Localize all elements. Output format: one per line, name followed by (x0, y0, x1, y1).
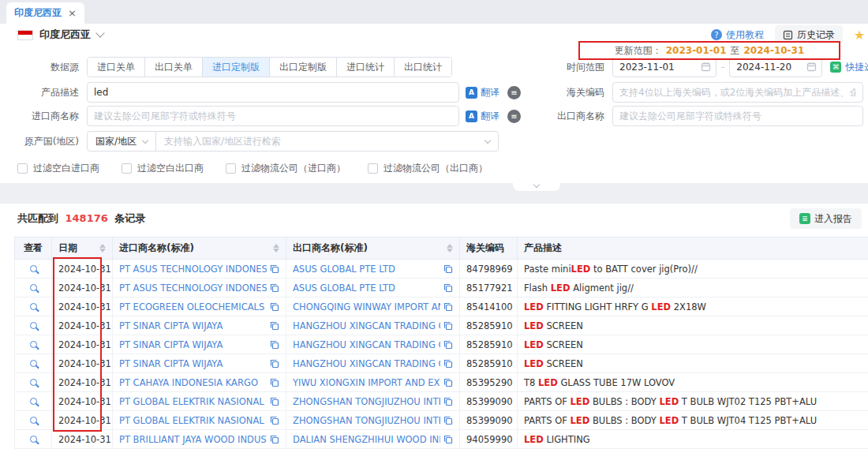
row-description: LED SCREEN (518, 335, 868, 354)
copy-icon[interactable] (270, 416, 279, 425)
copy-icon[interactable] (443, 321, 453, 331)
view-magnifier-icon[interactable] (30, 436, 37, 443)
view-magnifier-icon[interactable] (30, 360, 37, 367)
copy-icon[interactable] (270, 340, 279, 350)
exporter-link[interactable]: ASUS GLOBAL PTE LTD (293, 282, 440, 294)
favorite-star-icon[interactable]: ★ (854, 28, 868, 43)
view-magnifier-icon[interactable] (30, 417, 37, 424)
sort-icon[interactable] (447, 244, 453, 253)
column-label: 日期 (58, 241, 77, 255)
importer-link[interactable]: PT ASUS TECHNOLOGY INDONESIA BA... (119, 264, 267, 275)
product-desc-input[interactable] (87, 82, 459, 103)
importer-link[interactable]: PT GLOBAL ELEKTRIK NASIONAL (119, 415, 267, 426)
filter-checkbox-0[interactable]: 过滤空白进口商 (17, 162, 99, 175)
copy-icon[interactable] (443, 283, 453, 293)
quick-options-link[interactable]: ⌘ 快捷选项 (830, 61, 868, 74)
exporter-link[interactable]: DALIAN SHENGZHIHUI WOOD INDUST... (293, 434, 440, 445)
translate-button[interactable]: A 翻译 (466, 110, 499, 123)
exporter-input[interactable] (612, 106, 863, 126)
copy-icon[interactable] (270, 283, 279, 293)
sort-icon[interactable] (273, 244, 279, 253)
data-source-tab-4[interactable]: 进口统计 (337, 58, 395, 77)
checkbox-icon[interactable] (226, 163, 236, 174)
importer-link[interactable]: PT BRILLIANT JAYA WOOD INDUSTRY (119, 434, 267, 445)
country-selector[interactable]: 印度尼西亚 (39, 28, 91, 42)
importer-link[interactable]: PT ASUS TECHNOLOGY INDONESIA BA... (119, 282, 267, 294)
translate-button[interactable]: A 翻译 (466, 86, 499, 99)
column-header-2[interactable]: 进口商名称(标准) (113, 238, 286, 260)
copy-icon[interactable] (443, 264, 453, 274)
view-magnifier-icon[interactable] (30, 341, 37, 348)
importer-input[interactable] (87, 106, 459, 126)
copy-icon[interactable] (270, 435, 279, 444)
row-hs-code: 85399090 (460, 411, 518, 430)
exporter-link[interactable]: YIWU XIONGXIN IMPORT AND EXPORT... (293, 377, 440, 388)
checkbox-icon[interactable] (368, 163, 378, 174)
importer-link[interactable]: PT SINAR CIPTA WIJAYA (119, 358, 267, 369)
history-circle-icon[interactable]: ≡ (507, 110, 521, 123)
importer-link[interactable]: PT SINAR CIPTA WIJAYA (119, 320, 267, 331)
chevron-down-icon[interactable] (95, 28, 104, 37)
importer-link[interactable]: PT GLOBAL ELEKTRIK NASIONAL (119, 396, 267, 407)
hs-code-label: 海关编码 (526, 86, 612, 99)
calendar-icon[interactable] (701, 62, 711, 72)
copy-icon[interactable] (270, 302, 279, 312)
data-source-tab-5[interactable]: 出口统计 (395, 58, 451, 77)
data-source-tab-0[interactable]: 进口关单 (88, 58, 145, 77)
tutorial-link[interactable]: ? 使用教程 (711, 28, 764, 42)
column-header-3[interactable]: 出口商名称(标准) (286, 238, 460, 260)
copy-icon[interactable] (270, 397, 279, 406)
hs-code-input[interactable] (612, 82, 863, 103)
exporter-link[interactable]: ASUS GLOBAL PTE LTD (293, 264, 440, 275)
results-summary: 共匹配到 148176 条记录 (17, 211, 145, 226)
copy-icon[interactable] (443, 378, 453, 387)
view-magnifier-icon[interactable] (30, 379, 37, 386)
view-magnifier-icon[interactable] (30, 303, 37, 310)
browser-tab-indonesia[interactable]: 印度尼西亚 × (6, 2, 84, 24)
enter-report-button[interactable]: ≣ 进入报告 (790, 208, 862, 229)
chevron-down-icon[interactable] (485, 137, 491, 143)
origin-type-select[interactable]: 国家/地区 (88, 132, 156, 151)
data-source-tab-1[interactable]: 出口关单 (145, 58, 203, 77)
copy-icon[interactable] (443, 416, 453, 425)
checkbox-icon[interactable] (122, 163, 132, 174)
exporter-link[interactable]: ZHONGSHAN TONGJIUZHOU INTERNA... (293, 415, 440, 426)
copy-icon[interactable] (270, 321, 279, 331)
sort-icon[interactable] (99, 244, 106, 253)
table-row: 2024-10-31 PT ECOGREEN OLEOCHEMICALS CHO… (15, 297, 868, 316)
importer-link[interactable]: PT ECOGREEN OLEOCHEMICALS (119, 301, 267, 312)
calendar-icon[interactable] (806, 62, 817, 72)
exporter-link[interactable]: HANGZHOU XINGCAN TRADING CO LTD (293, 358, 440, 369)
history-circle-icon[interactable]: ≡ (507, 86, 521, 99)
copy-icon[interactable] (443, 340, 453, 350)
importer-link[interactable]: PT CAHAYA INDONESIA KARGO (119, 377, 267, 388)
data-source-tab-3[interactable]: 出口定制版 (270, 58, 337, 77)
filter-checkbox-2[interactable]: 过滤物流公司（进口商） (226, 162, 346, 175)
exporter-link[interactable]: CHONGQING WINWAY IMPORT AND E... (293, 301, 440, 312)
table-row: 2024-10-31 PT CAHAYA INDONESIA KARGO YIW… (15, 373, 868, 392)
data-source-tab-2[interactable]: 进口定制版 (203, 58, 270, 77)
view-magnifier-icon[interactable] (30, 284, 37, 291)
importer-link[interactable]: PT SINAR CIPTA WIJAYA (119, 339, 267, 350)
exporter-link[interactable]: HANGZHOU XINGCAN TRADING CO LTD (293, 320, 440, 331)
copy-icon[interactable] (270, 264, 279, 274)
view-magnifier-icon[interactable] (30, 265, 37, 272)
collapse-panel-handle[interactable] (513, 180, 560, 191)
copy-icon[interactable] (270, 378, 279, 387)
copy-icon[interactable] (270, 359, 279, 369)
copy-icon[interactable] (443, 435, 453, 444)
filter-checkbox-3[interactable]: 过滤物流公司（出口商） (368, 162, 488, 175)
view-magnifier-icon[interactable] (30, 322, 37, 329)
checkbox-icon[interactable] (17, 163, 28, 174)
close-icon[interactable]: × (68, 8, 77, 18)
browser-tab-title: 印度尼西亚 (14, 6, 62, 20)
copy-icon[interactable] (443, 302, 453, 312)
filter-checkbox-1[interactable]: 过滤空白出口商 (122, 162, 204, 175)
column-header-1[interactable]: 日期 (52, 238, 113, 260)
view-magnifier-icon[interactable] (30, 398, 37, 405)
copy-icon[interactable] (443, 397, 453, 406)
origin-search-placeholder[interactable]: 支持输入国家/地区进行检索 (156, 135, 485, 148)
copy-icon[interactable] (443, 359, 453, 369)
exporter-link[interactable]: HANGZHOU XINGCAN TRADING CO LTD (293, 339, 440, 350)
exporter-link[interactable]: ZHONGSHAN TONGJIUZHOU INTERNA... (293, 396, 440, 407)
